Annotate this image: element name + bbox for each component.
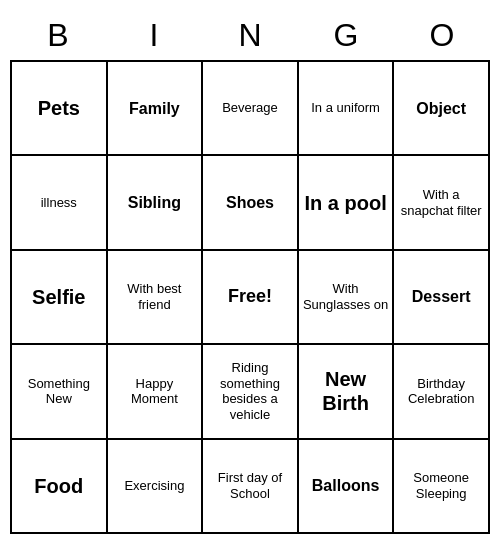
bingo-row-2: illness Sibling Shoes In a pool With a s… [12,156,490,250]
header-i: I [106,10,202,60]
cell-3-2: With best friend [108,251,204,345]
cell-5-3: First day of School [203,440,299,534]
cell-4-5: Birthday Celebration [394,345,490,439]
cell-2-3: Shoes [203,156,299,250]
cell-2-4: In a pool [299,156,395,250]
bingo-header: B I N G O [10,10,490,60]
cell-2-5: With a snapchat filter [394,156,490,250]
bingo-row-5: Food Exercising First day of School Ball… [12,440,490,534]
header-o: O [394,10,490,60]
header-n: N [202,10,298,60]
bingo-row-3: Selfie With best friend Free! With Sungl… [12,251,490,345]
cell-2-2: Sibling [108,156,204,250]
cell-5-4: Balloons [299,440,395,534]
header-g: G [298,10,394,60]
cell-5-1: Food [12,440,108,534]
cell-1-3: Beverage [203,62,299,156]
header-b: B [10,10,106,60]
cell-2-1: illness [12,156,108,250]
cell-4-2: Happy Moment [108,345,204,439]
cell-4-1: Something New [12,345,108,439]
bingo-row-1: Pets Family Beverage In a uniform Object [12,62,490,156]
cell-3-3-free: Free! [203,251,299,345]
cell-4-4: New Birth [299,345,395,439]
cell-5-5: Someone Sleeping [394,440,490,534]
cell-1-5: Object [394,62,490,156]
bingo-row-4: Something New Happy Moment Riding someth… [12,345,490,439]
cell-3-5: Dessert [394,251,490,345]
cell-3-4: With Sunglasses on [299,251,395,345]
cell-4-3: Riding something besides a vehicle [203,345,299,439]
cell-1-1: Pets [12,62,108,156]
cell-3-1: Selfie [12,251,108,345]
cell-1-2: Family [108,62,204,156]
bingo-card: B I N G O Pets Family Beverage In a unif… [10,10,490,534]
bingo-grid: Pets Family Beverage In a uniform Object… [10,60,490,534]
cell-1-4: In a uniform [299,62,395,156]
cell-5-2: Exercising [108,440,204,534]
